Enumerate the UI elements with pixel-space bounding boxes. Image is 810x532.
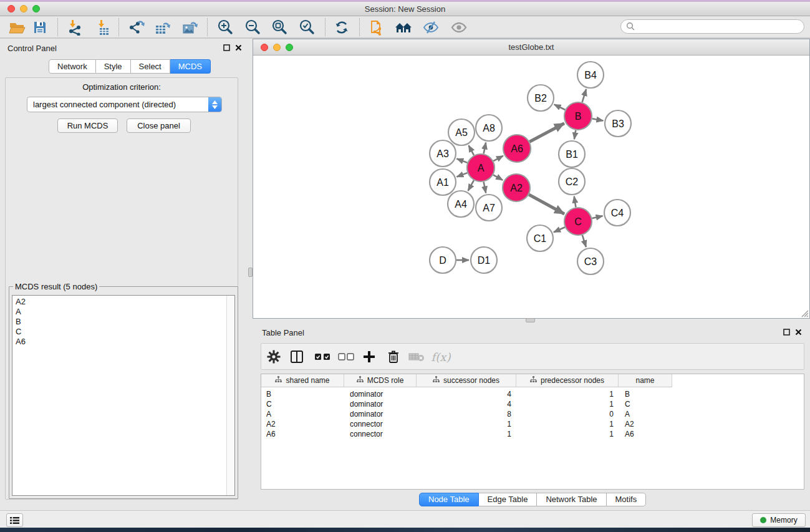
import-table-icon[interactable]: [94, 17, 113, 37]
tab-select[interactable]: Select: [131, 59, 170, 74]
graph-node-A8[interactable]: A8: [476, 115, 502, 141]
result-item-A[interactable]: A: [12, 307, 234, 317]
graph-edge-A6-B[interactable]: [529, 123, 564, 142]
graph-node-B4[interactable]: B4: [577, 62, 604, 88]
network-canvas[interactable]: AA1A2A3A4A5A6A7A8BB1B2B3B4CC1C2C3C4DD1: [253, 56, 809, 318]
graph-edge-B-B4[interactable]: [582, 89, 586, 102]
graph-node-B1[interactable]: B1: [559, 141, 585, 167]
graph-edge-B-B1[interactable]: [574, 130, 576, 140]
zoom-in-icon[interactable]: [215, 17, 235, 37]
graph-edge-A-A8[interactable]: [484, 143, 486, 154]
split-panel-icon[interactable]: [287, 347, 307, 366]
graph-edge-C-C2[interactable]: [574, 196, 576, 208]
graph-node-C1[interactable]: C1: [527, 225, 553, 251]
graph-node-A5[interactable]: A5: [448, 119, 475, 145]
graph-node-B[interactable]: B: [564, 102, 592, 130]
graph-node-D[interactable]: D: [430, 247, 456, 273]
network-window-titlebar[interactable]: testGlobe.txt: [253, 39, 809, 56]
graph-node-A7[interactable]: A7: [476, 195, 502, 221]
graph-edge-C-C3[interactable]: [582, 235, 586, 247]
float-table-panel-icon[interactable]: [783, 329, 790, 336]
optimization-criterion-select[interactable]: largest connected component (directed): [27, 97, 222, 112]
graph-node-B2[interactable]: B2: [528, 85, 554, 111]
close-panel-icon[interactable]: [235, 44, 242, 51]
graph-edge-A-A1[interactable]: [456, 173, 467, 177]
select-all-icon[interactable]: [312, 347, 332, 366]
export-table-icon[interactable]: [153, 17, 173, 37]
hide-graphics-details-icon[interactable]: [421, 17, 441, 37]
tab-mcds[interactable]: MCDS: [170, 59, 211, 74]
result-item-A6[interactable]: A6: [12, 337, 234, 347]
network-minimize-button[interactable]: [273, 44, 281, 51]
table-row-A[interactable]: Adominator80A: [261, 409, 804, 419]
close-window-button[interactable]: [7, 5, 15, 12]
tab-edge-table[interactable]: Edge Table: [479, 493, 538, 506]
table-row-A6[interactable]: A6connector11A6: [261, 429, 804, 439]
tab-style[interactable]: Style: [96, 59, 131, 74]
network-close-button[interactable]: [261, 44, 268, 51]
network-graph[interactable]: AA1A2A3A4A5A6A7A8BB1B2B3B4CC1C2C3C4DD1: [253, 56, 809, 318]
home-icon[interactable]: [393, 17, 413, 37]
column-header-predecessor-nodes[interactable]: predecessor nodes: [516, 374, 619, 387]
close-table-panel-icon[interactable]: [795, 329, 802, 336]
table-row-C[interactable]: Cdominator41C: [261, 399, 804, 409]
task-history-button[interactable]: [6, 513, 23, 527]
save-session-icon[interactable]: [30, 17, 50, 37]
tab-network-table[interactable]: Network Table: [537, 493, 606, 506]
float-panel-icon[interactable]: [223, 44, 230, 51]
graph-edge-A-A4[interactable]: [468, 180, 474, 191]
column-header-name[interactable]: name: [619, 374, 672, 387]
graph-edge-A-A2[interactable]: [493, 175, 503, 180]
refresh-view-icon[interactable]: [332, 17, 352, 37]
close-panel-button[interactable]: Close panel: [127, 118, 191, 133]
export-network-icon[interactable]: [126, 17, 146, 37]
delete-column-icon[interactable]: [383, 347, 403, 366]
column-header-MCDS-role[interactable]: MCDS role: [344, 374, 417, 387]
table-row-A2[interactable]: A2connector11A2: [261, 419, 804, 429]
show-graphics-details-icon[interactable]: [449, 17, 469, 37]
zoom-window-button[interactable]: [32, 5, 40, 12]
search-input[interactable]: [620, 19, 804, 34]
table-row-B[interactable]: Bdominator41B: [261, 389, 804, 399]
graph-edge-A-A6[interactable]: [493, 156, 503, 161]
result-item-C[interactable]: C: [12, 327, 234, 337]
graph-node-A[interactable]: A: [467, 154, 494, 181]
tab-network[interactable]: Network: [49, 59, 96, 74]
graph-node-A4[interactable]: A4: [448, 191, 474, 217]
tab-node-table[interactable]: Node Table: [419, 493, 479, 506]
graph-edge-A-A7[interactable]: [484, 182, 486, 193]
graph-node-C3[interactable]: C3: [577, 248, 604, 274]
graph-node-A2[interactable]: A2: [503, 174, 530, 201]
import-network-icon[interactable]: [65, 17, 85, 37]
graph-node-D1[interactable]: D1: [471, 247, 497, 273]
run-mcds-button[interactable]: Run MCDS: [57, 118, 118, 133]
column-header-shared-name[interactable]: shared name: [261, 374, 344, 387]
add-column-icon[interactable]: [359, 347, 379, 366]
graph-node-C2[interactable]: C2: [559, 168, 585, 195]
graph-node-A1[interactable]: A1: [430, 169, 456, 195]
result-item-A2[interactable]: A2: [12, 297, 234, 307]
column-header-successor-nodes[interactable]: successor nodes: [417, 374, 516, 387]
open-session-icon[interactable]: [7, 17, 27, 37]
horizontal-splitter-handle[interactable]: [248, 268, 253, 277]
vertical-splitter-handle[interactable]: [526, 318, 535, 322]
zoom-selected-icon[interactable]: [297, 17, 317, 37]
graph-node-C[interactable]: C: [564, 208, 592, 235]
graph-edge-C-C4[interactable]: [592, 216, 602, 218]
network-zoom-button[interactable]: [286, 44, 293, 51]
tab-motifs[interactable]: Motifs: [607, 493, 647, 506]
graph-edge-C-C1[interactable]: [554, 227, 565, 232]
minimize-window-button[interactable]: [20, 5, 27, 12]
graph-edge-A2-C[interactable]: [529, 195, 564, 214]
result-scrollbar[interactable]: [226, 296, 234, 495]
mcds-result-list[interactable]: A2ABCA6: [12, 295, 235, 496]
graph-edge-A-A3[interactable]: [456, 158, 467, 162]
graph-node-A3[interactable]: A3: [430, 140, 456, 167]
graph-edge-B-B3[interactable]: [592, 118, 604, 120]
graph-node-C4[interactable]: C4: [604, 200, 630, 226]
zoom-out-icon[interactable]: [243, 17, 263, 37]
graph-node-B3[interactable]: B3: [605, 110, 631, 137]
zoom-fit-icon[interactable]: [269, 17, 289, 37]
clone-network-icon[interactable]: [367, 17, 387, 37]
clear-selection-icon[interactable]: [336, 347, 356, 366]
